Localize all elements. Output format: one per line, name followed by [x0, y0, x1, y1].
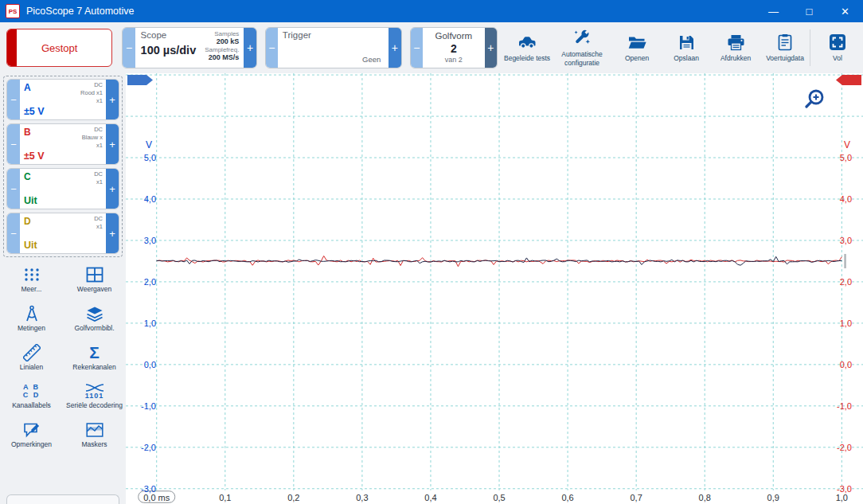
svg-text:0,6: 0,6 [561, 493, 573, 502]
toolbar-button-label: Opslaan [674, 54, 699, 62]
channel-c-increase-button[interactable]: + [106, 169, 119, 209]
sidebar-item-serial-decoding[interactable]: 1101 Seriële decodering [66, 381, 123, 410]
svg-text:0,5: 0,5 [493, 493, 505, 502]
printer-icon [727, 33, 745, 52]
svg-text:5,0: 5,0 [840, 153, 852, 162]
toolbar-button-label: Openen [625, 54, 649, 62]
sidebar-bottom-tab[interactable] [6, 494, 119, 504]
channel-b-id: B [24, 127, 31, 138]
vehicle-data-icon [777, 33, 793, 52]
channel-d-decrease-button[interactable]: − [7, 213, 20, 253]
channel-c-info: DC x1 [94, 170, 103, 186]
waveform-chart[interactable]: 0,0 ms0,10,20,30,40,50,60,70,80,91,05,05… [126, 73, 863, 504]
app-logo-text: PS [9, 8, 18, 15]
sidebar-item-rulers[interactable]: Linialen [3, 343, 61, 372]
channel-b-decrease-button[interactable]: − [7, 124, 20, 164]
open-folder-icon [627, 33, 646, 52]
channel-b-increase-button[interactable]: + [106, 124, 119, 164]
channel-d-settings[interactable]: D DC x1 Uit [20, 213, 106, 253]
sidebar-item-views[interactable]: Weergaven [66, 265, 123, 294]
toolbar-button-label: Begeleide tests [504, 54, 550, 62]
channel-a-decrease-button[interactable]: − [7, 80, 20, 119]
trigger-increase-button[interactable]: + [389, 28, 400, 68]
channel-c-settings[interactable]: C DC x1 Uit [20, 169, 106, 209]
svg-text:4,0: 4,0 [144, 194, 156, 204]
sidebar: − A DC Rood x1 x1 ±5 V + − B DC [0, 73, 127, 504]
channel-c-decrease-button[interactable]: − [7, 169, 20, 209]
vehicle-data-button[interactable]: Voertuigdata [760, 31, 810, 64]
sidebar-item-masks[interactable]: Maskers [66, 420, 123, 449]
timebase-increase-button[interactable]: + [244, 28, 256, 68]
svg-text:-3,0: -3,0 [837, 484, 852, 494]
toolbar-button-group: Begeleide tests Automatische configurati… [502, 27, 810, 68]
save-button[interactable]: Opslaan [662, 31, 711, 64]
channel-b-info: DC Blauw x x1 [82, 126, 103, 149]
minimize-button[interactable]: — [756, 0, 791, 22]
sidebar-item-waveform-library[interactable]: Golfvormbibl. [66, 304, 123, 333]
svg-text:4,0: 4,0 [840, 194, 852, 204]
scope-plot-area[interactable]: 0,0 ms0,10,20,30,40,50,60,70,80,91,05,05… [126, 73, 863, 504]
sidebar-item-more[interactable]: Meer... [3, 265, 61, 294]
sidebar-item-channel-labels[interactable]: A B C D Kanaallabels [3, 381, 61, 410]
svg-text:3,0: 3,0 [144, 236, 156, 245]
toolbar-button-label: Afdrukken [720, 54, 751, 62]
sidebar-item-measurements[interactable]: Metingen [3, 304, 61, 333]
stop-start-button[interactable]: Gestopt [6, 29, 112, 67]
svg-text:0,8: 0,8 [699, 493, 711, 502]
channel-b-panel: − B DC Blauw x x1 ±5 V + [6, 123, 119, 165]
fullscreen-icon [829, 33, 846, 52]
guided-tests-button[interactable]: Begeleide tests [502, 31, 552, 64]
toolbar: Gestopt − Scope 100 µs/div Samples 200 k… [0, 22, 863, 74]
window-controls: — □ ✕ [756, 0, 863, 22]
trigger-panel: − Trigger Geen + [265, 27, 402, 68]
trigger-settings[interactable]: Trigger Geen [278, 28, 389, 68]
svg-text:1,0: 1,0 [144, 318, 156, 328]
toolbar-separator [810, 29, 810, 66]
sidebar-item-label: Meer... [21, 286, 42, 294]
waveform-buffer-settings[interactable]: Golfvorm 2 van 2 [423, 28, 485, 68]
sidebar-item-label: Weergaven [77, 286, 111, 294]
fullscreen-button[interactable]: Vol [815, 31, 860, 64]
channel-b-settings[interactable]: B DC Blauw x x1 ±5 V [20, 124, 106, 164]
waveform-previous-button[interactable]: − [411, 28, 423, 68]
channel-a-increase-button[interactable]: + [106, 80, 119, 119]
svg-text:0,4: 0,4 [424, 493, 436, 502]
trigger-mode-value: Geen [362, 55, 381, 64]
timebase-decrease-button[interactable]: − [123, 28, 135, 68]
svg-text:0,3: 0,3 [356, 493, 368, 502]
svg-text:0,0 ms: 0,0 ms [143, 493, 170, 502]
print-button[interactable]: Afdrukken [711, 31, 760, 64]
samplefreq-value: 200 MS/s [205, 53, 239, 61]
svg-text:5,0: 5,0 [144, 153, 156, 162]
close-button[interactable]: ✕ [827, 0, 863, 22]
sidebar-item-notes[interactable]: Opmerkingen [3, 420, 61, 449]
svg-text:0,1: 0,1 [219, 493, 231, 502]
maximize-button[interactable]: □ [791, 0, 827, 22]
channel-a-settings[interactable]: A DC Rood x1 x1 ±5 V [20, 80, 106, 119]
svg-text:1,0: 1,0 [840, 318, 852, 328]
open-button[interactable]: Openen [612, 31, 662, 64]
channel-d-increase-button[interactable]: + [106, 213, 119, 253]
channel-list: − A DC Rood x1 x1 ±5 V + − B DC [3, 76, 123, 257]
rulers-icon [23, 343, 41, 362]
channel-d-panel: − D DC x1 Uit + [6, 213, 119, 254]
views-icon [86, 265, 103, 284]
serial-decoding-icon: 1101 [84, 381, 105, 400]
trigger-decrease-button[interactable]: − [266, 28, 278, 68]
svg-text:-2,0: -2,0 [141, 443, 156, 452]
measurements-compass-icon [24, 304, 40, 323]
waveform-next-button[interactable]: + [485, 28, 497, 68]
sidebar-item-label: Seriële decodering [66, 402, 123, 410]
window-title: PicoScope 7 Automotive [26, 6, 135, 17]
scope-settings[interactable]: Scope 100 µs/div Samples 200 kS Samplefr… [135, 28, 244, 68]
sidebar-item-label: Opmerkingen [11, 441, 52, 449]
svg-text:-1,0: -1,0 [141, 401, 156, 411]
toolbar-button-label: Automatische configuratie [552, 50, 612, 66]
sidebar-item-label: Linialen [20, 364, 43, 372]
svg-text:2,0: 2,0 [144, 277, 156, 287]
zoom-overview-icon[interactable] [802, 88, 826, 111]
stop-label: Gestopt [41, 42, 78, 54]
sidebar-item-math-channels[interactable]: Σ Rekenkanalen [66, 343, 123, 372]
auto-setup-button[interactable]: Automatische configuratie [552, 27, 612, 68]
channel-c-id: C [24, 171, 31, 182]
